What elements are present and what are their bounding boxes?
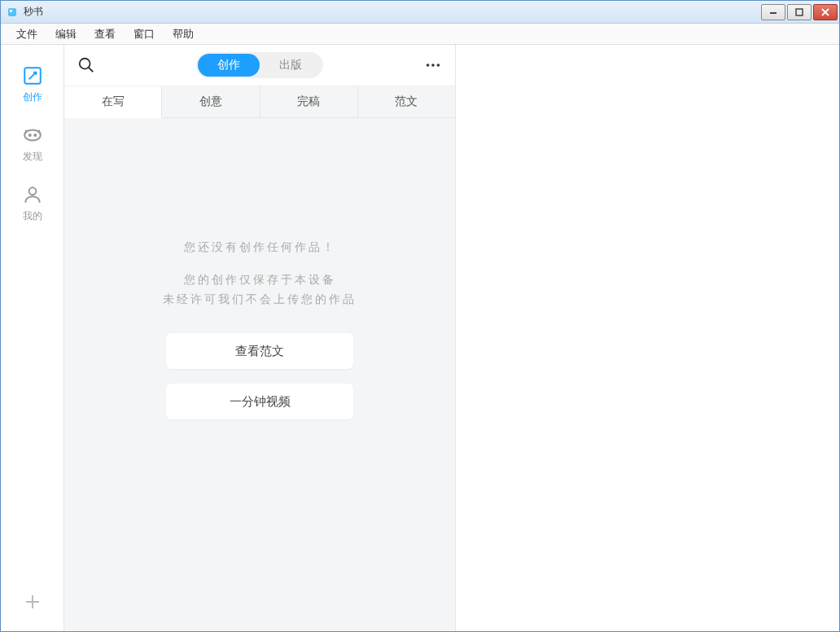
add-button[interactable] [20,589,46,615]
right-panel [456,45,839,631]
window-controls [761,4,839,20]
svg-rect-1 [10,10,12,12]
tab-ideas[interactable]: 创意 [162,86,260,117]
svg-point-5 [24,130,41,141]
empty-state-line2: 未经许可我们不会上传您的作品 [163,292,357,307]
tab-samples[interactable]: 范文 [358,86,455,117]
menu-edit[interactable]: 编辑 [46,24,85,44]
compose-icon [21,64,44,87]
middle-panel: 创作 出版 在写 创意 完稿 范文 您还没有创作任何作品！ 您的创作仅保存于本设… [64,45,456,631]
segmented-create[interactable]: 创作 [198,54,260,77]
svg-point-6 [28,134,30,136]
maximize-button[interactable] [787,4,812,20]
minimize-button[interactable] [761,4,785,20]
menu-window[interactable]: 窗口 [125,24,164,44]
empty-state-line1: 您的创作仅保存于本设备 [184,273,336,287]
segmented-control: 创作 出版 [196,52,323,78]
titlebar-left: 秒书 [6,5,43,19]
tab-finished[interactable]: 完稿 [260,86,358,117]
app-body: 创作 发现 我的 [1,45,839,631]
sidebar: 创作 发现 我的 [1,45,64,631]
svg-rect-2 [770,12,777,14]
window-title: 秒书 [24,5,43,19]
close-button[interactable] [813,4,838,20]
content-area: 您还没有创作任何作品！ 您的创作仅保存于本设备 未经许可我们不会上传您的作品 查… [64,118,455,631]
search-button[interactable] [77,56,103,74]
profile-icon [21,183,44,206]
app-icon [6,6,19,19]
one-minute-video-button[interactable]: 一分钟视频 [166,384,353,419]
view-samples-button[interactable]: 查看范文 [166,333,353,369]
action-buttons: 查看范文 一分钟视频 [166,333,353,419]
menu-file[interactable]: 文件 [7,24,46,44]
tabs-row: 在写 创意 完稿 范文 [64,86,455,118]
tab-writing[interactable]: 在写 [64,86,162,118]
empty-state-primary: 您还没有创作任何作品！ [184,240,336,255]
svg-point-12 [437,64,440,67]
discover-icon [21,124,44,147]
svg-rect-3 [796,9,803,15]
segmented-publish[interactable]: 出版 [260,54,322,77]
svg-point-7 [34,134,36,136]
sidebar-item-discover[interactable]: 发现 [1,112,63,172]
svg-point-10 [427,64,430,67]
sidebar-item-label: 我的 [23,209,42,223]
panel-top-row: 创作 出版 [64,45,455,86]
sidebar-item-compose[interactable]: 创作 [1,53,63,112]
svg-point-9 [80,59,90,69]
sidebar-item-label: 创作 [23,90,42,104]
svg-point-11 [431,64,435,67]
svg-point-8 [28,187,36,195]
menu-view[interactable]: 查看 [85,24,125,44]
menubar: 文件 编辑 查看 窗口 帮助 [1,24,839,45]
sidebar-top: 创作 发现 我的 [1,45,63,573]
menu-help[interactable]: 帮助 [164,24,203,44]
sidebar-item-profile[interactable]: 我的 [1,172,63,231]
panel-header: 创作 出版 在写 创意 完稿 范文 [64,45,455,118]
titlebar: 秒书 [1,1,839,24]
sidebar-bottom [1,573,63,631]
more-button[interactable] [416,56,442,74]
sidebar-item-label: 发现 [23,150,42,164]
